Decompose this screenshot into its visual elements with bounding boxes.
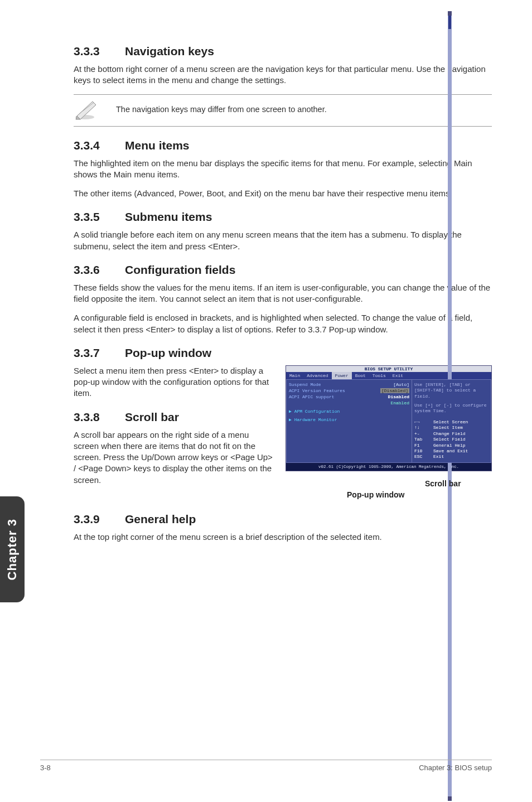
bios-key: F1 <box>414 443 430 448</box>
heading-title: Pop-up window <box>125 346 211 360</box>
pencil-icon <box>74 98 100 120</box>
para: A scroll bar appears on the right side o… <box>74 429 275 486</box>
callouts: Scroll bar Pop-up window <box>286 471 492 501</box>
para: At the top right corner of the menu scre… <box>74 532 492 543</box>
bios-field-label: Suspend Mode <box>289 382 321 387</box>
page-footer: 3-8 Chapter 3: BIOS setup <box>40 760 492 772</box>
bios-key-legend: ←→Select Screen ↑↓Select Item +-Change F… <box>414 419 489 460</box>
chapter-tab: Chapter 3 <box>0 496 25 602</box>
heading-num: 3.3.7 <box>74 346 125 360</box>
para: At the bottom right corner of a menu scr… <box>74 64 492 86</box>
heading-num: 3.3.8 <box>74 410 125 424</box>
heading-333: 3.3.3 Navigation keys <box>74 45 492 58</box>
bios-key-desc: Select Field <box>433 437 466 442</box>
bios-key: ↑↓ <box>414 425 430 431</box>
bios-tab: Exit <box>389 372 407 379</box>
chapter-tab-label: Chapter 3 <box>5 519 20 580</box>
bios-copyright: v02.61 (C)Copyright 1985-2009, American … <box>286 463 491 471</box>
callout-popup: Pop-up window <box>347 490 404 499</box>
bios-field-value: [Auto] <box>393 382 409 387</box>
bios-right-pane: Use [ENTER], [TAB] or [SHIFT-TAB] to sel… <box>412 379 491 463</box>
heading-title: Menu items <box>125 139 190 152</box>
bios-key: Tab <box>414 437 430 442</box>
bios-field-label: ACPI APIC support <box>289 394 335 399</box>
bios-key: F10 <box>414 448 430 454</box>
bios-menubar: Main Advanced Power Boot Tools Exit <box>286 372 491 379</box>
para: The highlighted item on the menu bar dis… <box>74 158 492 181</box>
page-number: 3-8 <box>40 764 51 772</box>
bios-body: Suspend Mode[Auto] ACPI Version Features… <box>286 379 491 463</box>
bios-key: ←→ <box>414 419 430 425</box>
heading-335: 3.3.5 Submenu items <box>74 210 492 224</box>
para: Select a menu item then press <Enter> to… <box>74 365 275 399</box>
bios-screenshot: BIOS SETUP UTILITY Main Advanced Power B… <box>286 365 492 471</box>
bios-key: ESC <box>414 454 430 460</box>
para: These fields show the values for the men… <box>74 282 492 305</box>
heading-339: 3.3.9 General help <box>74 513 492 526</box>
callout-scrollbar: Scroll bar <box>425 479 461 488</box>
heading-title: Submenu items <box>125 210 212 224</box>
para: The other items (Advanced, Power, Boot, … <box>74 188 492 199</box>
para: A configurable field is enclosed in brac… <box>74 312 492 335</box>
bios-submenu: Hardware Monitor <box>289 417 409 422</box>
bios-key-desc: Select Screen <box>433 419 468 425</box>
heading-334: 3.3.4 Menu items <box>74 139 492 152</box>
heading-title: Configuration fields <box>125 263 235 277</box>
bios-key: +- <box>414 431 430 437</box>
bios-popup-option: Disabled <box>388 394 409 399</box>
heading-title: Navigation keys <box>125 45 214 58</box>
bios-field-label: ACPI Version Features <box>289 388 345 393</box>
bios-tab-active: Power <box>332 372 352 379</box>
bios-tab: Main <box>286 372 303 379</box>
bios-tab: Tools <box>369 372 389 379</box>
heading-num: 3.3.9 <box>74 513 125 526</box>
bios-tab: Advanced <box>303 372 331 379</box>
note-block: The navigation keys may differ from one … <box>74 94 492 127</box>
heading-title: General help <box>125 513 196 526</box>
bios-field-value: [Disabled] <box>380 388 409 393</box>
bios-help-text: Use [+] or [-] to configure system Time. <box>414 403 489 414</box>
para: A solid triangle before each item on any… <box>74 229 492 252</box>
heading-num: 3.3.4 <box>74 139 125 152</box>
footer-chapter: Chapter 3: BIOS setup <box>419 764 492 772</box>
bios-left-pane: Suspend Mode[Auto] ACPI Version Features… <box>286 379 412 463</box>
bios-help-text: Use [ENTER], [TAB] or [SHIFT-TAB] to sel… <box>414 382 489 399</box>
bios-key-desc: Exit <box>433 454 444 460</box>
bios-popup-option: Enabled <box>390 400 409 405</box>
heading-337: 3.3.7 Pop-up window <box>74 346 492 360</box>
heading-num: 3.3.5 <box>74 210 125 224</box>
bios-key-desc: General Help <box>433 443 466 448</box>
heading-num: 3.3.6 <box>74 263 125 277</box>
bios-title: BIOS SETUP UTILITY <box>286 366 491 372</box>
heading-338: 3.3.8 Scroll bar <box>74 410 275 424</box>
heading-title: Scroll bar <box>125 410 179 424</box>
bios-key-desc: Select Item <box>433 425 463 431</box>
bios-key-desc: Save and Exit <box>433 448 468 454</box>
bios-tab: Boot <box>352 372 369 379</box>
bios-submenu: APM Configuration <box>289 409 409 414</box>
bios-key-desc: Change Field <box>433 431 466 437</box>
heading-num: 3.3.3 <box>74 45 125 58</box>
note-text: The navigation keys may differ from one … <box>116 105 327 114</box>
heading-336: 3.3.6 Configuration fields <box>74 263 492 277</box>
